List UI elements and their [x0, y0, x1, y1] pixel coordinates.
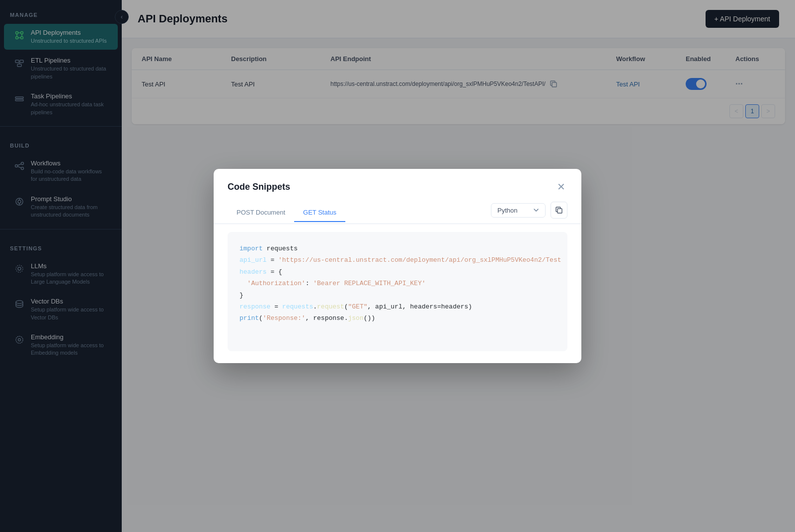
modal-title: Code Snippets	[228, 182, 290, 192]
modal-tabs: POST Document GET Status Python	[214, 202, 581, 224]
tab-post-document[interactable]: POST Document	[228, 204, 294, 222]
tab-get-status[interactable]: GET Status	[294, 204, 345, 222]
copy-code-button[interactable]	[551, 202, 567, 219]
svg-rect-29	[557, 209, 562, 213]
code-snippets-modal: Code Snippets ✕ POST Document GET Status…	[214, 169, 581, 363]
language-selector-area: Python	[491, 202, 567, 224]
code-line-1: import requests	[239, 243, 556, 254]
code-line-5: }	[239, 290, 556, 301]
code-line-6: response = requests.request("GET", api_u…	[239, 301, 556, 312]
selected-language: Python	[497, 207, 517, 214]
code-line-4: 'Authorization': 'Bearer REPLACE_WITH_AP…	[239, 278, 556, 289]
code-block: import requests api_url = 'https://us-ce…	[228, 232, 567, 351]
modal-close-button[interactable]: ✕	[555, 180, 567, 194]
language-dropdown[interactable]: Python	[491, 203, 546, 218]
modal-header: Code Snippets ✕	[214, 169, 581, 194]
modal-overlay[interactable]: Code Snippets ✕ POST Document GET Status…	[0, 0, 795, 532]
code-line-2: api_url = 'https://us-central.unstract.c…	[239, 254, 556, 266]
code-line-3: headers = {	[239, 266, 556, 278]
code-line-7: print('Response:', response.json())	[239, 312, 556, 324]
